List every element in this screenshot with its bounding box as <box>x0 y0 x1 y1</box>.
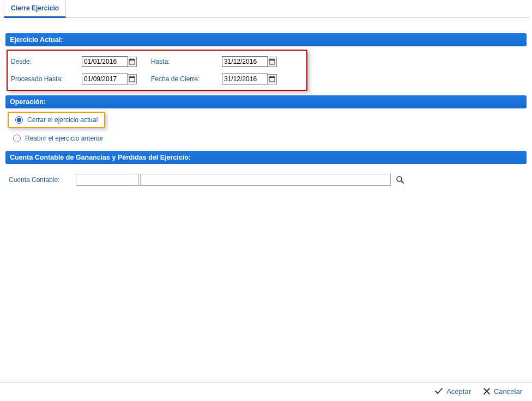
label-fecha-cierre: Fecha de Cierre: <box>151 75 222 83</box>
label-cuenta-contable: Cuenta Contable: <box>9 176 59 184</box>
highlighted-selected-operation: Cerrar el ejercicio actual <box>8 112 105 128</box>
input-procesado-hasta[interactable] <box>82 74 128 84</box>
radio-option-close[interactable]: Cerrar el ejercicio actual <box>11 115 100 125</box>
highlighted-dates-frame: Desde: Hasta: Procesado Hasta: <box>7 50 307 91</box>
svg-rect-7 <box>273 59 274 60</box>
svg-rect-6 <box>270 59 271 60</box>
calendar-icon[interactable] <box>267 57 277 67</box>
calendar-icon[interactable] <box>267 74 277 84</box>
section-title: Cuenta Contable de Ganancias y Pérdidas … <box>10 154 191 161</box>
input-cuenta-code[interactable] <box>76 174 139 186</box>
search-icon[interactable] <box>394 174 406 186</box>
calendar-icon[interactable] <box>127 57 137 67</box>
svg-rect-9 <box>129 77 135 78</box>
radio-label: Cerrar el ejercicio actual <box>27 116 98 124</box>
input-hasta[interactable] <box>222 56 268 67</box>
svg-rect-5 <box>269 59 275 60</box>
tab-bar: Cierre Ejercicio <box>3 0 529 18</box>
label-hasta: Hasta: <box>151 58 222 65</box>
svg-rect-2 <box>130 59 131 60</box>
svg-rect-3 <box>133 59 134 60</box>
section-header-ejercicio-actual: Ejercicio Actual: <box>5 33 527 46</box>
section-header-cuenta-contable: Cuenta Contable de Ganancias y Pérdidas … <box>5 151 527 164</box>
cancel-label: Cancelar <box>494 387 522 396</box>
svg-rect-11 <box>133 76 134 78</box>
footer-actions: Aceptar Cancelar <box>0 382 532 401</box>
svg-line-17 <box>401 181 403 183</box>
content-area: Ejercicio Actual: Desde: Hasta: <box>0 18 532 195</box>
section-title: Operación: <box>10 98 46 106</box>
operation-options: Cerrar el ejercicio actual Reabrir el ej… <box>5 108 527 151</box>
radio-reopen[interactable] <box>13 135 21 142</box>
svg-rect-13 <box>269 77 275 78</box>
tab-cierre-ejercicio[interactable]: Cierre Ejercicio <box>4 0 66 18</box>
svg-rect-1 <box>129 59 135 60</box>
radio-label: Reabrir el ejercicio anterior <box>25 135 103 142</box>
input-cuenta-desc[interactable] <box>140 174 391 186</box>
svg-rect-14 <box>270 76 271 78</box>
svg-rect-10 <box>130 76 131 78</box>
accept-button[interactable]: Aceptar <box>434 387 471 396</box>
account-row: Cuenta Contable: <box>5 164 527 189</box>
calendar-icon[interactable] <box>127 74 137 84</box>
input-desde[interactable] <box>82 56 128 67</box>
accept-label: Aceptar <box>446 387 471 396</box>
svg-rect-15 <box>273 76 274 78</box>
input-fecha-cierre[interactable] <box>222 74 268 84</box>
tab-label: Cierre Ejercicio <box>11 4 59 12</box>
radio-close[interactable] <box>15 116 23 124</box>
radio-option-reopen[interactable]: Reabrir el ejercicio anterior <box>8 131 524 145</box>
section-title: Ejercicio Actual: <box>10 36 63 44</box>
section-header-operacion: Operación: <box>5 95 527 108</box>
cancel-button[interactable]: Cancelar <box>483 387 522 396</box>
label-desde: Desde: <box>11 58 82 65</box>
label-procesado-hasta: Procesado Hasta: <box>11 75 82 83</box>
